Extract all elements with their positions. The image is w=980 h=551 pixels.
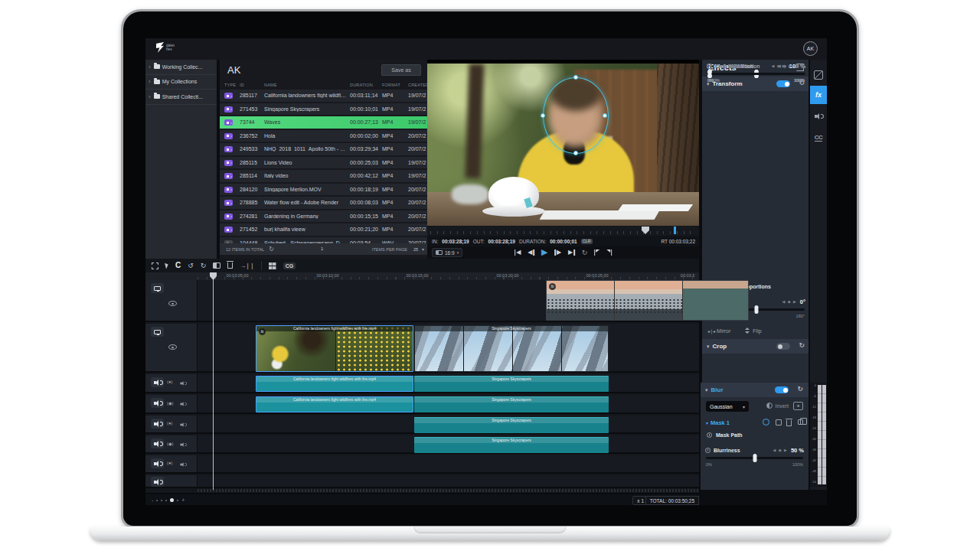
grid-view-icon[interactable] [269, 262, 276, 269]
clip-singapore-video[interactable]: Singapore Skyscrapers [414, 325, 609, 372]
keyframe-nav-icons[interactable]: ◀ ◆ ▶ [773, 448, 788, 452]
dalet-flex-logo[interactable]: dalet flex [156, 42, 175, 53]
blur-type-select[interactable]: Gaussian [706, 401, 749, 412]
cg-button[interactable]: CG [283, 262, 296, 269]
items-per-page-value[interactable]: 25 [413, 247, 418, 252]
track-a4-lane[interactable]: Singapore Skyscrapers [198, 435, 699, 452]
collection-folder-item[interactable]: My Collections [145, 75, 217, 90]
track-a3-lane[interactable]: Singapore Skyscrapers [198, 416, 699, 432]
media-row[interactable]: 278885 Water flow edit - Adobe Render 00… [220, 197, 427, 209]
tab-effects[interactable]: fx [810, 86, 827, 104]
clip-nhq-apollo[interactable]: fx [546, 280, 749, 321]
refresh-icon[interactable]: ↻ [269, 246, 274, 253]
media-row[interactable]: 285115 Lions Video 00:00:25;03 MP4 19/07… [220, 157, 427, 169]
media-row[interactable]: 284120 Singapore Merlion.MOV 00:00:18;19… [220, 184, 427, 196]
slider-thumb[interactable] [754, 305, 758, 314]
page-number[interactable]: 1 [321, 246, 323, 251]
level-speaker-icon[interactable] [181, 422, 186, 428]
zoom-in-icon[interactable]: + [181, 497, 185, 503]
flip-button[interactable]: Flip [744, 328, 761, 334]
horizontal-scrollbar[interactable] [198, 489, 699, 492]
zoom-out-icon[interactable]: ‐ [152, 497, 153, 503]
loop-button[interactable]: ↻ [582, 249, 588, 256]
crop-reset-icon[interactable]: ↻ [799, 341, 805, 349]
track-v1-lane[interactable]: California landowners fight wildfires wi… [198, 324, 699, 371]
play-button[interactable]: ▶ [541, 247, 547, 257]
track-mute-button[interactable] [151, 419, 164, 429]
delete-mask-icon[interactable] [786, 420, 792, 426]
tab-captions[interactable]: CC [810, 129, 827, 147]
mask-handle-left[interactable] [541, 113, 545, 118]
add-mask-button[interactable]: + [793, 402, 803, 410]
track-mute-button[interactable] [151, 398, 164, 408]
media-row[interactable]: 274281 Gardening in Germany 00:00:15;15 … [220, 210, 427, 223]
user-avatar[interactable]: AK [803, 41, 818, 56]
clip-singapore-audio[interactable]: Singapore Skyscrapers [414, 396, 609, 412]
slider-track[interactable] [706, 457, 803, 459]
save-as-button[interactable]: Save as [381, 64, 421, 76]
mask-path-row[interactable]: Mask Path [707, 432, 743, 438]
media-row[interactable]: 285117 California landowners fight wildf… [220, 90, 427, 102]
level-speaker-icon[interactable] [181, 462, 186, 468]
track-a5-lane[interactable] [198, 455, 699, 472]
track-mute-button[interactable] [151, 377, 164, 387]
invert-control[interactable]: Invert [766, 403, 789, 409]
media-row[interactable]: 271453 Singapore Skyscrapers 00:00:10;01… [220, 103, 427, 116]
mask-handle-bottom[interactable] [573, 151, 578, 155]
mark-in-button[interactable] [594, 249, 599, 256]
mask-handle-right[interactable] [603, 113, 607, 118]
track-v2-lane[interactable]: fx [198, 280, 699, 321]
track-a6-lane[interactable] [198, 475, 699, 487]
overwrite-icon[interactable] [213, 262, 220, 269]
chevron-down-icon[interactable]: ▾ [422, 246, 424, 252]
tab-audio[interactable] [810, 107, 827, 126]
keyframe-nav-icons[interactable]: ◀ ◆ ▶ [778, 64, 792, 68]
pan-icon[interactable]: (◆) [167, 441, 174, 446]
blur-section-header[interactable]: Blur ↻ [701, 383, 808, 397]
crop-section-header[interactable]: Crop ↻ [702, 339, 808, 354]
slider-track[interactable] [707, 73, 805, 75]
marquee-select-icon[interactable] [152, 262, 158, 269]
keyframe-clock-icon[interactable] [705, 448, 710, 453]
media-row[interactable]: 236752 Hola 00:00:02;00 MP4 20/07/2 [220, 130, 427, 142]
track-mute-button[interactable] [151, 439, 164, 448]
keyframe-nav-icons[interactable]: ◀ ◆ ▶ [782, 299, 797, 304]
duplicate-mask-icon[interactable] [798, 419, 803, 425]
crop-toggle[interactable] [776, 343, 790, 350]
mask-row[interactable]: Mask 1 [706, 418, 803, 428]
timeline-ruler[interactable]: 00:03:05;0000:03:10;0000:03:15;0000:03:2… [145, 272, 699, 280]
level-speaker-icon[interactable] [181, 402, 186, 407]
blur-toggle[interactable] [775, 386, 789, 393]
track-mute-button[interactable] [151, 477, 164, 487]
clip-california-video[interactable]: California landowners fight wildfires wi… [256, 325, 413, 372]
pan-icon[interactable]: (◆) [167, 400, 174, 406]
level-speaker-icon[interactable] [181, 381, 186, 386]
clear-button[interactable]: CLR [581, 239, 593, 244]
video-viewport[interactable] [427, 64, 699, 226]
track-visibility-icon[interactable] [168, 344, 177, 350]
clip-singapore-audio[interactable]: Singapore Skyscrapers [414, 417, 609, 433]
pan-icon[interactable]: (●) [167, 380, 173, 384]
slider-thumb[interactable] [753, 454, 756, 462]
blur-mask-ellipse[interactable] [543, 77, 609, 154]
ripple-delete-icon[interactable]: →❘❘ [240, 262, 253, 269]
preview-scrubber[interactable] [427, 226, 699, 236]
snap-magnet-icon[interactable]: C [175, 262, 181, 269]
track-a1-lane[interactable]: California landowners fight wildfires wi… [198, 374, 699, 392]
mask-handle-top[interactable] [573, 75, 578, 80]
go-to-start-button[interactable]: ◀ [514, 249, 521, 256]
level-speaker-icon[interactable] [181, 442, 186, 448]
media-row[interactable]: 285114 Italy video 00:00:42;12 MP4 19/07… [220, 170, 427, 182]
slider-thumb[interactable] [707, 70, 711, 78]
tab-transitions[interactable] [810, 66, 827, 84]
media-row[interactable]: 271452 burj khalifa vieew 00:00:21;20 MP… [220, 223, 427, 236]
frame-back-button[interactable]: ◀ [528, 249, 534, 256]
timeline-zoom-slider[interactable]: ‐ + [152, 497, 185, 503]
aspect-ratio-select[interactable]: 16:9 ▾ [432, 248, 462, 257]
collection-folder-item[interactable]: Working Collec... [145, 60, 217, 75]
track-mute-button[interactable] [151, 458, 164, 468]
delete-icon[interactable] [227, 262, 233, 269]
blur-reset-icon[interactable]: ↻ [797, 385, 803, 393]
track-visibility-icon[interactable] [168, 301, 177, 306]
clip-singapore-audio[interactable]: Singapore Skyscrapers [414, 437, 609, 453]
